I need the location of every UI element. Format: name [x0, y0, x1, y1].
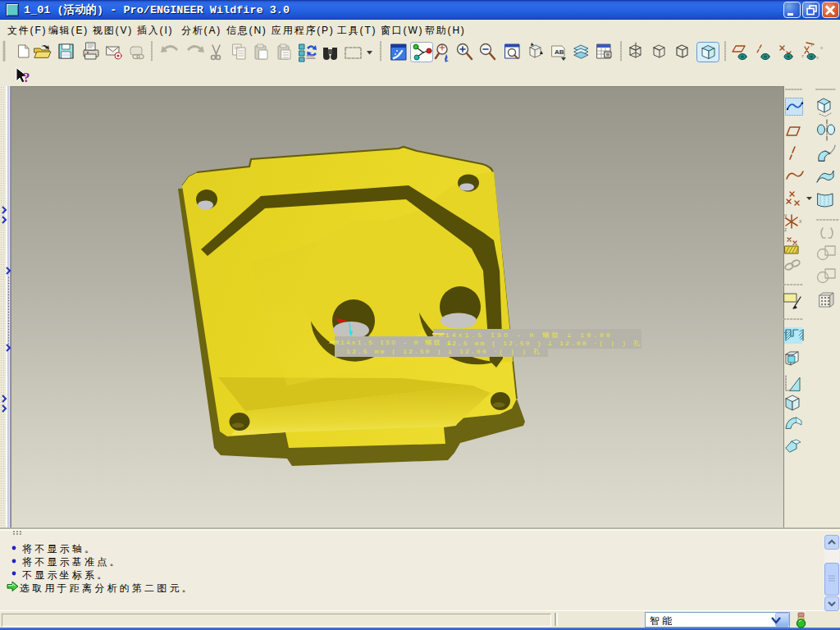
svg-text:z: z	[784, 226, 787, 232]
svg-text:z: z	[801, 53, 804, 58]
svg-text:AB: AB	[555, 48, 564, 56]
svg-text:x: x	[799, 218, 802, 224]
svg-text:y: y	[784, 212, 788, 219]
svg-text:?: ?	[23, 70, 30, 85]
svg-text:x: x	[816, 55, 819, 60]
svg-text:x: x	[820, 45, 823, 50]
svg-text:y: y	[810, 42, 813, 47]
